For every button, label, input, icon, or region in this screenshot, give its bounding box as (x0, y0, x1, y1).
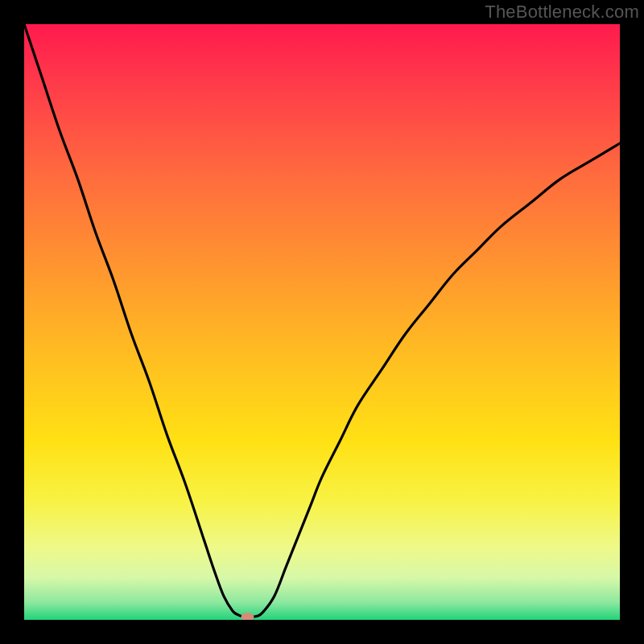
watermark-text: TheBottleneck.com (485, 2, 639, 23)
gradient-background (24, 24, 620, 620)
chart-frame: TheBottleneck.com (0, 0, 644, 644)
plot-area (24, 24, 620, 620)
chart-svg (24, 24, 620, 620)
